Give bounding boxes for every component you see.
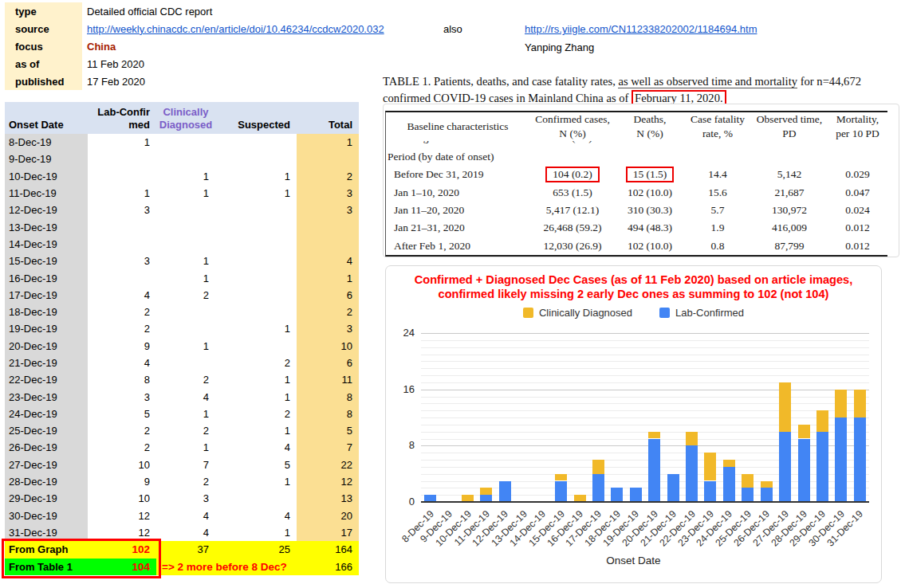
clinically-diagnosed-cell[interactable]	[156, 134, 215, 151]
summary-row-from-table1[interactable]: From Table 1 104 => 2 more before 8 Dec?…	[5, 559, 359, 576]
meta-value-published[interactable]: 17 Feb 2020	[82, 76, 145, 88]
lab-confirmed-cell[interactable]: 8	[88, 371, 156, 388]
total-cell[interactable]: 1	[297, 134, 359, 151]
onset-date-cell[interactable]: 23-Dec-19	[5, 388, 88, 405]
clinically-diagnosed-cell[interactable]	[156, 236, 215, 253]
onset-date-cell[interactable]: 9-Dec-19	[5, 151, 88, 167]
from-graph-total[interactable]: 164	[297, 541, 359, 559]
suspected-cell[interactable]: 1	[215, 422, 297, 439]
onset-date-cell[interactable]: 18-Dec-19	[5, 304, 88, 320]
onset-date-cell[interactable]: 27-Dec-19	[5, 457, 88, 473]
onset-date-cell[interactable]: 26-Dec-19	[5, 439, 88, 456]
author-name[interactable]: Yanping Zhang	[525, 41, 594, 53]
table-row[interactable]: 17-Dec-19426	[5, 287, 359, 304]
clinically-diagnosed-cell[interactable]: 1	[156, 253, 215, 269]
total-cell[interactable]: 1	[297, 269, 359, 286]
header-suspected[interactable]: Suspected	[215, 102, 297, 134]
suspected-cell[interactable]	[215, 134, 297, 151]
onset-date-cell[interactable]: 20-Dec-19	[5, 338, 88, 355]
suspected-cell[interactable]	[215, 304, 297, 320]
table-row[interactable]: 20-Dec-199110	[5, 338, 359, 355]
suspected-cell[interactable]: 1	[215, 168, 297, 185]
table-row[interactable]: 27-Dec-19107522	[5, 457, 359, 473]
summary-row-from-graph[interactable]: From Graph 102 37 25 164	[5, 541, 359, 559]
suspected-cell[interactable]: 1	[215, 371, 297, 388]
suspected-cell[interactable]	[215, 218, 297, 235]
suspected-cell[interactable]: 5	[215, 457, 297, 473]
lab-confirmed-cell[interactable]	[88, 168, 156, 185]
clinically-diagnosed-cell[interactable]: 4	[156, 388, 215, 405]
clinically-diagnosed-cell[interactable]: 1	[156, 185, 215, 202]
lab-confirmed-cell[interactable]	[88, 269, 156, 286]
clinically-diagnosed-cell[interactable]	[156, 202, 215, 218]
table-row[interactable]: 24-Dec-195128	[5, 406, 359, 422]
from-graph-susp-total[interactable]: 25	[215, 541, 297, 559]
lab-confirmed-cell[interactable]: 1	[88, 134, 156, 151]
onset-date-cell[interactable]: 14-Dec-19	[5, 236, 88, 253]
onset-date-cell[interactable]: 17-Dec-19	[5, 287, 88, 304]
suspected-cell[interactable]: 1	[215, 524, 297, 541]
total-cell[interactable]	[297, 151, 359, 167]
suspected-cell[interactable]	[215, 490, 297, 507]
clinically-diagnosed-cell[interactable]: 2	[156, 371, 215, 388]
onset-date-cell[interactable]: 30-Dec-19	[5, 508, 88, 524]
table-row[interactable]: 31-Dec-19124117	[5, 524, 359, 541]
header-clinically-diagnosed[interactable]: Clinically Diagnosed	[156, 102, 215, 134]
table1-image-panel[interactable]: Baseline characteristics Confirmed cases…	[383, 104, 899, 257]
meta-value-asof[interactable]: 11 Feb 2020	[82, 58, 144, 70]
onset-date-cell[interactable]: 24-Dec-19	[5, 406, 88, 422]
total-cell[interactable]: 11	[297, 371, 359, 388]
lab-confirmed-cell[interactable]: 2	[88, 439, 156, 456]
onset-date-cell[interactable]: 28-Dec-19	[5, 473, 88, 490]
from-graph-lab-total[interactable]: 102	[88, 541, 156, 559]
lab-confirmed-cell[interactable]	[88, 236, 156, 253]
meta-value-focus[interactable]: China	[82, 41, 116, 53]
total-cell[interactable]: 6	[297, 287, 359, 304]
suspected-cell[interactable]: 1	[215, 185, 297, 202]
clinically-diagnosed-cell[interactable]: 2	[156, 287, 215, 304]
table-row[interactable]: 13-Dec-19	[5, 218, 359, 235]
total-cell[interactable]: 17	[297, 524, 359, 541]
lab-confirmed-cell[interactable]: 10	[88, 490, 156, 507]
lab-confirmed-cell[interactable]: 12	[88, 524, 156, 541]
total-cell[interactable]: 2	[297, 168, 359, 185]
total-cell[interactable]: 3	[297, 185, 359, 202]
lab-confirmed-cell[interactable]: 3	[88, 253, 156, 269]
table-row[interactable]: 9-Dec-19	[5, 151, 359, 167]
total-cell[interactable]: 22	[297, 457, 359, 473]
onset-date-cell[interactable]: 12-Dec-19	[5, 202, 88, 218]
meta-label-source[interactable]: source	[5, 20, 82, 37]
table-row[interactable]: 10-Dec-19112	[5, 168, 359, 185]
onset-date-cell[interactable]: 21-Dec-19	[5, 355, 88, 371]
lab-confirmed-cell[interactable]: 4	[88, 355, 156, 371]
total-cell[interactable]: 4	[297, 253, 359, 269]
suspected-cell[interactable]	[215, 202, 297, 218]
total-cell[interactable]: 8	[297, 388, 359, 405]
header-onset-date[interactable]: Onset Date	[5, 102, 88, 134]
lab-confirmed-cell[interactable]: 9	[88, 338, 156, 355]
total-cell[interactable]	[297, 218, 359, 235]
onset-date-cell[interactable]: 29-Dec-19	[5, 490, 88, 507]
suspected-cell[interactable]: 2	[215, 406, 297, 422]
total-cell[interactable]: 8	[297, 406, 359, 422]
suspected-cell[interactable]	[215, 236, 297, 253]
from-table1-lab-total[interactable]: 104	[88, 559, 156, 576]
lab-confirmed-cell[interactable]: 2	[88, 320, 156, 337]
suspected-cell[interactable]	[215, 269, 297, 286]
from-table1-label[interactable]: From Table 1	[5, 559, 88, 576]
table-row[interactable]: 29-Dec-1910313	[5, 490, 359, 507]
table-row[interactable]: 16-Dec-1911	[5, 269, 359, 286]
lab-confirmed-cell[interactable]: 10	[88, 457, 156, 473]
discrepancy-note[interactable]: => 2 more before 8 Dec?	[156, 559, 297, 576]
header-lab-confirmed[interactable]: Lab-Confir med	[88, 102, 156, 134]
clinically-diagnosed-cell[interactable]: 1	[156, 168, 215, 185]
clinically-diagnosed-cell[interactable]: 1	[156, 439, 215, 456]
clinically-diagnosed-cell[interactable]: 7	[156, 457, 215, 473]
total-cell[interactable]: 13	[297, 490, 359, 507]
table-row[interactable]: 22-Dec-1982111	[5, 371, 359, 388]
onset-date-cell[interactable]: 10-Dec-19	[5, 168, 88, 185]
meta-label-published[interactable]: published	[5, 73, 82, 90]
suspected-cell[interactable]: 1	[215, 388, 297, 405]
suspected-cell[interactable]: 1	[215, 473, 297, 490]
lab-confirmed-cell[interactable]: 3	[88, 388, 156, 405]
